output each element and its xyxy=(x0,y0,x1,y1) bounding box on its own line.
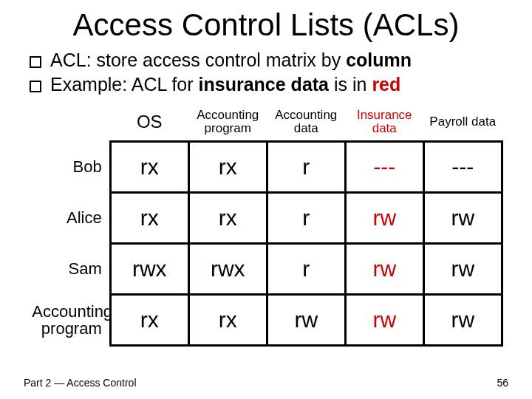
cell: rw xyxy=(267,294,345,345)
cell: rwx xyxy=(110,243,188,294)
table-row: Bob rx rx r --- --- xyxy=(29,141,502,192)
cell: rw xyxy=(423,243,502,294)
bullet-text-fragment: ACL: store access control matrix by xyxy=(50,50,346,70)
header-accounting-program: Accounting program xyxy=(188,107,267,142)
bullet-text-fragment: is in xyxy=(329,74,372,95)
table-row: Alice rx rx r rw rw xyxy=(29,192,502,243)
table-row: Sam rwx rwx r rw rw xyxy=(29,243,502,294)
bullet-text: ACL: store access control matrix by colu… xyxy=(50,49,412,72)
cell-insurance: rw xyxy=(345,243,423,294)
cell-insurance: rw xyxy=(345,192,423,243)
bullet-text: Example: ACL for insurance data is in re… xyxy=(50,73,400,96)
footer-page-number: 56 xyxy=(497,377,508,389)
bullet-item: Example: ACL for insurance data is in re… xyxy=(30,73,508,96)
header-os: OS xyxy=(110,107,188,142)
slide-footer: Part 2 — Access Control 56 xyxy=(24,377,508,389)
bullet-list: ACL: store access control matrix by colu… xyxy=(30,49,508,97)
cell: rx xyxy=(188,141,267,192)
cell: rx xyxy=(110,192,188,243)
access-control-table: OS Accounting program Accounting data In… xyxy=(29,107,503,347)
cell: r xyxy=(267,192,345,243)
cell: rw xyxy=(423,294,502,345)
square-bullet-icon xyxy=(30,81,41,92)
cell: r xyxy=(267,141,345,192)
cell: rx xyxy=(188,192,267,243)
slide: Access Control Lists (ACLs) ACL: store a… xyxy=(0,0,532,399)
cell: rwx xyxy=(188,243,267,294)
cell: rw xyxy=(423,192,502,243)
cell: --- xyxy=(423,141,502,192)
square-bullet-icon xyxy=(30,56,41,68)
row-label-alice: Alice xyxy=(29,192,110,243)
bullet-item: ACL: store access control matrix by colu… xyxy=(30,49,508,72)
bullet-text-bold: insurance data xyxy=(199,74,329,95)
bullet-text-fragment: Example: ACL for xyxy=(50,74,199,95)
table-header-row: OS Accounting program Accounting data In… xyxy=(29,107,502,142)
cell: r xyxy=(267,243,345,294)
header-insurance-data: Insurance data xyxy=(345,107,423,142)
header-blank xyxy=(29,107,110,142)
cell-insurance: --- xyxy=(345,141,423,192)
cell: rx xyxy=(110,141,188,192)
header-payroll-data: Payroll data xyxy=(423,107,502,142)
table-row: Accounting program rx rx rw rw rw xyxy=(29,294,502,345)
cell: rx xyxy=(188,294,267,345)
footer-left: Part 2 — Access Control xyxy=(24,377,137,389)
row-label-bob: Bob xyxy=(29,141,110,192)
header-accounting-data: Accounting data xyxy=(267,107,345,142)
row-label-accounting-program: Accounting program xyxy=(29,294,110,345)
cell-insurance: rw xyxy=(345,294,423,345)
bullet-text-bold-red: red xyxy=(372,74,400,95)
row-label-sam: Sam xyxy=(29,243,110,294)
cell: rx xyxy=(110,294,188,345)
slide-title: Access Control Lists (ACLs) xyxy=(24,7,508,43)
bullet-text-bold: column xyxy=(346,50,412,70)
